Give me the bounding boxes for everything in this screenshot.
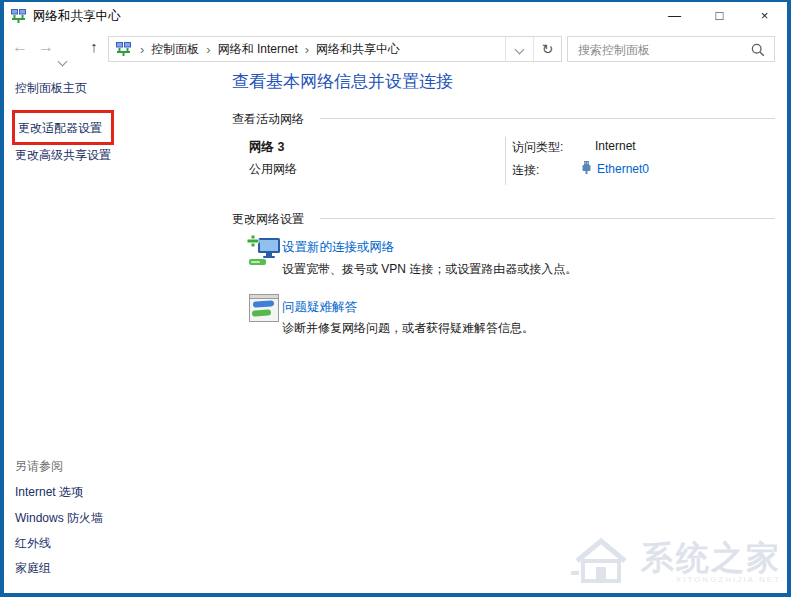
setup-new-connection-description: 设置宽带、拨号或 VPN 连接；或设置路由器或接入点。 — [282, 261, 577, 278]
sidebar-item-change-adapter-settings[interactable]: 更改适配器设置 — [18, 121, 102, 135]
breadcrumb-network-sharing-center[interactable]: 网络和共享中心 — [312, 41, 404, 58]
troubleshoot-description: 诊断并修复网络问题，或者获得疑难解答信息。 — [282, 320, 534, 337]
watermark: 系统之家 XITONGZHIJIA.NET — [571, 535, 781, 589]
watermark-house-icon — [571, 535, 635, 589]
sidebar-item-homegroup[interactable]: 家庭组 — [15, 560, 51, 577]
vertical-divider — [505, 137, 506, 185]
section-divider — [320, 118, 775, 119]
troubleshoot-link[interactable]: 问题疑难解答 — [282, 299, 357, 316]
highlight-box: 更改适配器设置 — [12, 110, 114, 145]
network-sharing-center-window: 网络和共享中心 — □ × ← → ↑ — [0, 0, 791, 597]
ethernet-plug-icon — [580, 160, 593, 179]
troubleshoot-icon — [249, 294, 279, 326]
breadcrumb-separator-icon: › — [137, 42, 147, 57]
network-app-icon — [10, 8, 27, 25]
sidebar-item-internet-options[interactable]: Internet 选项 — [15, 484, 83, 501]
forward-icon[interactable]: → — [34, 32, 58, 64]
watermark-subtext: XITONGZHIJIA.NET — [641, 575, 781, 584]
close-button[interactable]: × — [742, 2, 787, 32]
setup-new-connection-icon — [246, 234, 282, 272]
section-divider — [320, 218, 775, 219]
active-networks-section-label: 查看活动网络 — [232, 111, 304, 128]
sidebar-item-windows-firewall[interactable]: Windows 防火墙 — [15, 510, 103, 527]
page-title: 查看基本网络信息并设置连接 — [232, 70, 453, 93]
watermark-text: 系统之家 — [641, 541, 781, 574]
address-bar: › 控制面板 › 网络和 Internet › 网络和共享中心 ↻ — [108, 36, 562, 62]
history-dropdown-icon[interactable] — [59, 45, 66, 77]
address-dropdown-icon[interactable] — [505, 37, 533, 61]
breadcrumb-control-panel[interactable]: 控制面板 — [147, 41, 203, 58]
window-controls: — □ × — [652, 2, 787, 32]
search-icon[interactable] — [751, 43, 765, 61]
breadcrumb-separator-icon: › — [302, 42, 312, 57]
maximize-button[interactable]: □ — [697, 2, 742, 32]
search-box — [567, 36, 775, 62]
network-profile: 公用网络 — [249, 161, 297, 178]
sidebar-item-infrared[interactable]: 红外线 — [15, 535, 51, 552]
window-title: 网络和共享中心 — [33, 0, 121, 32]
location-network-icon — [115, 41, 132, 58]
up-icon[interactable]: ↑ — [82, 32, 106, 64]
network-name: 网络 3 — [249, 139, 284, 156]
sidebar-item-control-panel-home[interactable]: 控制面板主页 — [15, 80, 87, 97]
breadcrumb-network-internet[interactable]: 网络和 Internet — [214, 41, 302, 58]
navigation-toolbar: ← → ↑ › 控制面板 › 网络和 Internet › — [0, 32, 791, 64]
title-bar: 网络和共享中心 — □ × — [0, 0, 791, 32]
connection-label: 连接: — [512, 162, 539, 179]
refresh-icon[interactable]: ↻ — [533, 37, 561, 61]
access-type-value: Internet — [595, 139, 636, 153]
setup-new-connection-link[interactable]: 设置新的连接或网络 — [282, 239, 395, 256]
minimize-button[interactable]: — — [652, 2, 697, 32]
search-input[interactable] — [576, 39, 740, 61]
access-type-label: 访问类型: — [512, 139, 563, 156]
breadcrumb-separator-icon: › — [203, 42, 213, 57]
connection-ethernet0-link[interactable]: Ethernet0 — [597, 162, 649, 176]
change-settings-section-label: 更改网络设置 — [232, 211, 304, 228]
see-also-header: 另请参阅 — [15, 458, 63, 475]
sidebar-item-change-advanced-sharing[interactable]: 更改高级共享设置 — [15, 147, 111, 164]
back-icon[interactable]: ← — [8, 32, 32, 64]
